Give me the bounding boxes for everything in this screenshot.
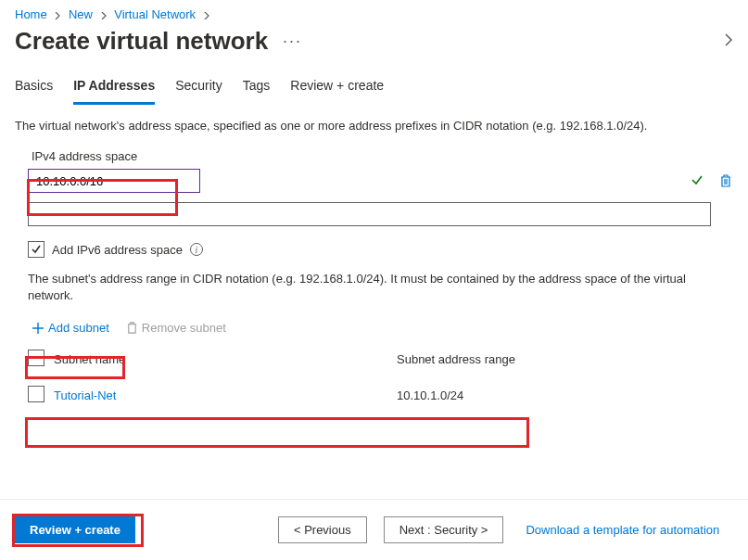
tab-basics[interactable]: Basics	[15, 72, 53, 105]
add-subnet-button[interactable]: Add subnet	[28, 319, 113, 337]
col-subnet-name: Subnet name	[54, 352, 397, 366]
chevron-right-icon	[54, 7, 61, 21]
subnet-name-link[interactable]: Tutorial-Net	[54, 388, 397, 402]
ipv6-checkbox-label: Add IPv6 address space	[52, 243, 183, 257]
tab-security[interactable]: Security	[175, 72, 222, 105]
ipv6-checkbox[interactable]	[28, 241, 44, 258]
review-create-button[interactable]: Review + create	[15, 516, 135, 543]
breadcrumb-home[interactable]: Home	[15, 7, 47, 21]
breadcrumb: Home New Virtual Network	[0, 0, 748, 21]
ipv4-address-input-2[interactable]	[28, 202, 711, 226]
select-all-checkbox[interactable]	[28, 350, 44, 366]
chevron-right-icon[interactable]	[724, 32, 733, 51]
ipv6-checkbox-row: Add IPv6 address space i	[28, 241, 733, 258]
download-template-link[interactable]: Download a template for automation	[526, 523, 719, 537]
chevron-right-icon	[100, 7, 108, 21]
title-row: Create virtual network ···	[0, 21, 748, 72]
footer: Review + create < Previous Next : Securi…	[0, 499, 748, 560]
previous-button[interactable]: < Previous	[278, 516, 367, 543]
next-button[interactable]: Next : Security >	[384, 516, 504, 543]
subnet-description: The subnet's address range in CIDR notat…	[28, 271, 733, 304]
col-subnet-range: Subnet address range	[397, 352, 718, 366]
subnet-actions: Add subnet Remove subnet	[28, 319, 733, 337]
add-subnet-label: Add subnet	[48, 321, 109, 335]
tab-ip-addresses[interactable]: IP Addresses	[73, 72, 155, 105]
subnet-row-checkbox[interactable]	[28, 386, 44, 402]
info-icon[interactable]: i	[190, 243, 203, 256]
tab-review-create[interactable]: Review + create	[290, 72, 384, 105]
remove-subnet-label: Remove subnet	[142, 321, 226, 335]
tabs: Basics IP Addresses Security Tags Review…	[0, 72, 748, 105]
subnet-row: Tutorial-Net 10.10.1.0/24	[28, 378, 718, 413]
subnet-table: Subnet name Subnet address range Tutoria…	[28, 346, 718, 413]
chevron-right-icon	[203, 7, 210, 21]
plus-icon	[32, 322, 44, 335]
delete-icon[interactable]	[718, 173, 733, 188]
address-space-description: The virtual network's address space, spe…	[15, 118, 733, 134]
subnet-range-value: 10.10.1.0/24	[397, 388, 718, 402]
breadcrumb-new[interactable]: New	[69, 7, 93, 21]
subnet-table-header: Subnet name Subnet address range	[28, 346, 718, 378]
ipv4-address-input-1[interactable]	[28, 169, 200, 193]
page-title: Create virtual network	[15, 27, 268, 56]
address-row-1	[28, 169, 733, 193]
highlight-annotation	[25, 417, 529, 448]
breadcrumb-virtual-network[interactable]: Virtual Network	[114, 7, 196, 21]
trash-icon	[126, 321, 138, 335]
more-icon[interactable]: ···	[283, 32, 302, 51]
ipv4-label: IPv4 address space	[15, 149, 733, 163]
address-row-2	[28, 202, 711, 226]
check-icon	[691, 173, 704, 189]
tab-tags[interactable]: Tags	[243, 72, 271, 105]
remove-subnet-button: Remove subnet	[126, 321, 226, 335]
